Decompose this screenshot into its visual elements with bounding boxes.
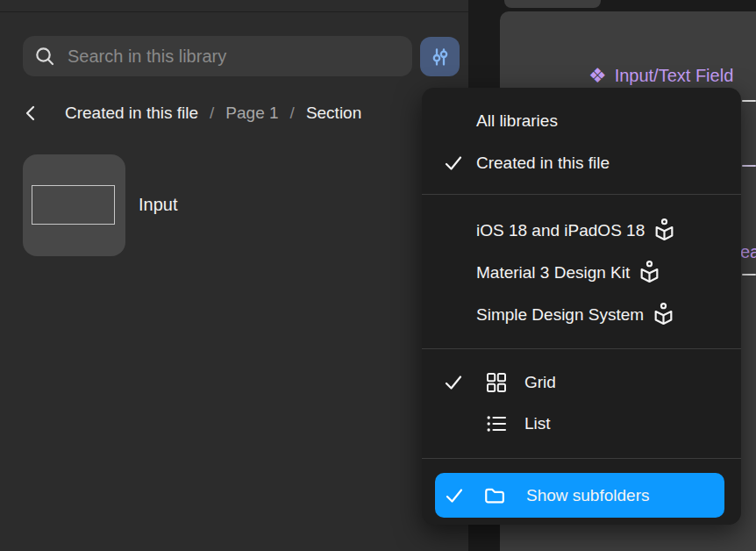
grid-view-icon xyxy=(486,372,509,393)
menu-item-label: Simple Design System xyxy=(476,303,674,328)
breadcrumb-separator: / xyxy=(290,104,295,123)
menu-item-label: List xyxy=(524,414,551,433)
library-filter-menu: All libraries Created in this file iOS 1… xyxy=(422,88,741,525)
menu-item-material-3-library[interactable]: Material 3 Design Kit xyxy=(422,252,741,294)
breadcrumb-item-file[interactable]: Created in this file xyxy=(65,104,198,123)
search-bar[interactable] xyxy=(23,36,412,76)
search-input[interactable] xyxy=(66,46,400,68)
breadcrumb: Created in this file / Page 1 / Section xyxy=(24,102,361,125)
library-asset-icon xyxy=(638,261,660,286)
menu-item-ios-18-library[interactable]: iOS 18 and iPadOS 18 xyxy=(422,210,741,252)
menu-item-label: iOS 18 and iPadOS 18 xyxy=(476,218,675,244)
menu-item-label: Created in this file xyxy=(476,154,610,173)
checkmark-icon xyxy=(445,155,464,171)
menu-divider xyxy=(422,194,741,195)
asset-label: Input xyxy=(139,195,177,215)
menu-item-simple-design-system-library[interactable]: Simple Design System xyxy=(422,294,741,336)
canvas-field-outline-fragment xyxy=(742,274,756,276)
component-diamond-icon: ❖ xyxy=(588,66,607,86)
list-view-icon xyxy=(486,413,509,434)
canvas-field-outline-fragment xyxy=(742,165,756,167)
checkmark-icon xyxy=(446,488,465,504)
menu-item-label: Grid xyxy=(524,373,556,392)
search-icon xyxy=(35,47,55,67)
panel-divider xyxy=(0,11,468,12)
menu-item-label: Show subfolders xyxy=(526,486,649,505)
menu-item-all-libraries[interactable]: All libraries xyxy=(422,100,741,142)
menu-item-list-view[interactable]: List xyxy=(422,403,741,445)
asset-thumbnail-input[interactable] xyxy=(23,154,125,256)
breadcrumb-item-section[interactable]: Section xyxy=(306,104,361,123)
library-asset-icon xyxy=(653,303,674,328)
canvas-component-label: ❖ Input/Text Field xyxy=(588,64,733,87)
menu-item-show-subfolders[interactable]: Show subfolders xyxy=(435,473,724,518)
canvas-frame-edge xyxy=(504,0,601,8)
chevron-left-icon xyxy=(24,105,38,121)
component-name-text: Input/Text Field xyxy=(615,66,734,86)
folder-icon xyxy=(483,483,506,507)
menu-divider xyxy=(422,348,741,349)
figma-assets-panel-screen: ❖ Input/Text Field ea xyxy=(0,0,756,551)
menu-item-created-in-this-file[interactable]: Created in this file xyxy=(422,142,741,184)
input-field-preview xyxy=(32,185,115,225)
back-button[interactable] xyxy=(24,105,38,121)
menu-item-label: Material 3 Design Kit xyxy=(476,261,660,286)
canvas-clipped-component-text: ea xyxy=(740,242,756,262)
menu-item-grid-view[interactable]: Grid xyxy=(422,361,741,404)
assets-panel: Created in this file / Page 1 / Section … xyxy=(0,0,468,551)
menu-divider xyxy=(422,458,741,459)
breadcrumb-separator: / xyxy=(210,104,214,123)
breadcrumb-item-page[interactable]: Page 1 xyxy=(225,104,278,123)
library-asset-icon xyxy=(653,218,675,244)
filter-button[interactable] xyxy=(420,37,460,76)
canvas-field-outline-fragment xyxy=(742,100,756,102)
filter-sliders-icon xyxy=(429,46,452,68)
menu-item-label: All libraries xyxy=(476,111,558,131)
checkmark-icon xyxy=(445,375,464,390)
